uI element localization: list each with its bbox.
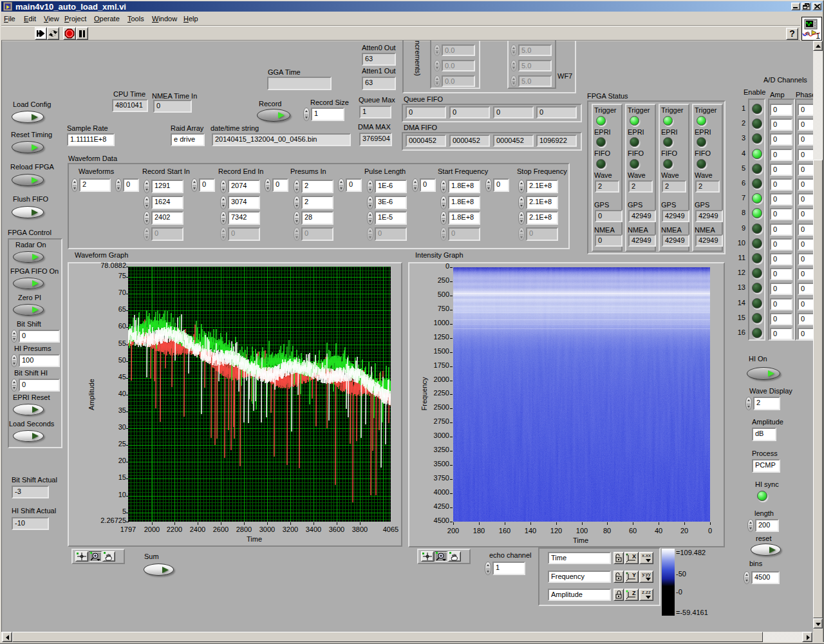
svg-text:Y: Y [632,572,636,578]
svg-text:X: X [632,553,636,560]
svg-text:Z: Z [632,590,636,596]
